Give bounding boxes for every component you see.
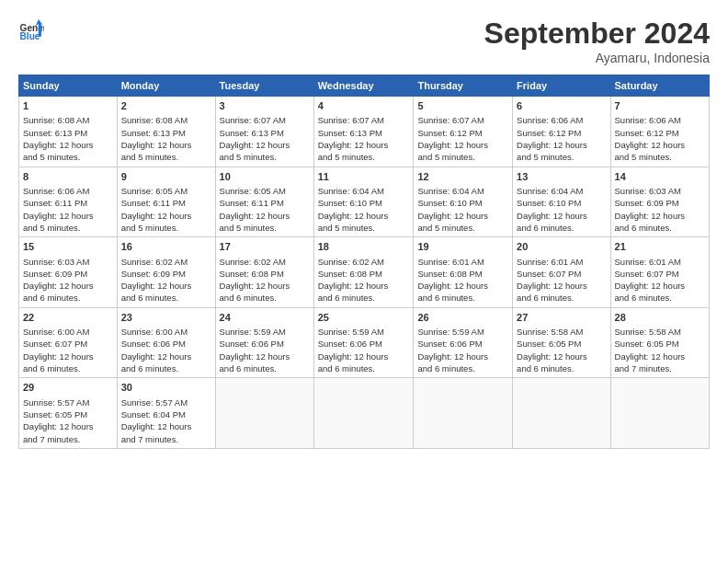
day-info-line: and 6 minutes. bbox=[615, 292, 705, 304]
day-info-line: Daylight: 12 hours bbox=[220, 139, 310, 151]
calendar-cell: 13Sunrise: 6:04 AMSunset: 6:10 PMDayligh… bbox=[513, 167, 610, 237]
day-info-line: Sunrise: 5:57 AM bbox=[121, 396, 211, 408]
day-info-line: and 5 minutes. bbox=[121, 151, 211, 163]
day-info-line: Sunset: 6:06 PM bbox=[417, 338, 508, 350]
day-info-line: Daylight: 12 hours bbox=[220, 280, 310, 292]
calendar-cell: 1Sunrise: 6:08 AMSunset: 6:13 PMDaylight… bbox=[19, 97, 118, 167]
header-row: Sunday Monday Tuesday Wednesday Thursday… bbox=[19, 75, 710, 97]
calendar-cell: 5Sunrise: 6:07 AMSunset: 6:12 PMDaylight… bbox=[414, 97, 513, 167]
day-info-line: Sunrise: 5:58 AM bbox=[517, 326, 606, 338]
day-number: 9 bbox=[121, 170, 211, 184]
day-info-line: Sunset: 6:06 PM bbox=[121, 338, 211, 350]
day-info-line: Sunset: 6:09 PM bbox=[121, 268, 211, 280]
day-info-line: Sunset: 6:12 PM bbox=[517, 127, 606, 139]
day-info-line: and 6 minutes. bbox=[220, 362, 310, 374]
calendar-body: 1Sunrise: 6:08 AMSunset: 6:13 PMDaylight… bbox=[19, 97, 710, 449]
day-info-line: Sunrise: 6:03 AM bbox=[23, 256, 113, 268]
day-info-line: Sunrise: 6:03 AM bbox=[615, 185, 705, 197]
day-info-line: Sunrise: 6:05 AM bbox=[220, 185, 310, 197]
day-info-line: Sunrise: 6:04 AM bbox=[517, 185, 606, 197]
day-info-line: Daylight: 12 hours bbox=[417, 350, 508, 362]
day-info-line: Sunrise: 6:08 AM bbox=[121, 114, 211, 126]
day-info-line: and 6 minutes. bbox=[23, 362, 113, 374]
calendar-cell: 24Sunrise: 5:59 AMSunset: 6:06 PMDayligh… bbox=[215, 307, 313, 378]
day-info-line: and 5 minutes. bbox=[220, 222, 310, 234]
day-info-line: Sunset: 6:12 PM bbox=[417, 127, 508, 139]
day-info-line: Sunrise: 5:58 AM bbox=[615, 326, 705, 338]
day-info-line: Daylight: 12 hours bbox=[318, 350, 410, 362]
day-info-line: and 5 minutes. bbox=[318, 151, 410, 163]
day-info-line: Sunset: 6:05 PM bbox=[615, 338, 705, 350]
calendar-cell: 30Sunrise: 5:57 AMSunset: 6:04 PMDayligh… bbox=[117, 378, 215, 449]
page: General Blue September 2024 Ayamaru, Ind… bbox=[0, 0, 728, 458]
day-number: 3 bbox=[220, 99, 310, 113]
day-info-line: and 6 minutes. bbox=[517, 362, 606, 374]
day-number: 12 bbox=[417, 170, 508, 184]
day-info-line: Daylight: 12 hours bbox=[121, 420, 211, 432]
header-wednesday: Wednesday bbox=[313, 75, 414, 97]
calendar-cell: 9Sunrise: 6:05 AMSunset: 6:11 PMDaylight… bbox=[117, 167, 215, 237]
calendar-cell: 15Sunrise: 6:03 AMSunset: 6:09 PMDayligh… bbox=[19, 237, 118, 308]
day-info-line: and 6 minutes. bbox=[517, 222, 606, 234]
day-info-line: Daylight: 12 hours bbox=[23, 280, 113, 292]
day-info-line: Sunset: 6:07 PM bbox=[615, 268, 705, 280]
calendar-cell bbox=[414, 378, 513, 449]
day-info-line: Sunrise: 5:59 AM bbox=[417, 326, 508, 338]
day-info-line: Sunset: 6:11 PM bbox=[23, 197, 113, 209]
header-friday: Friday bbox=[513, 75, 610, 97]
calendar-week-4: 22Sunrise: 6:00 AMSunset: 6:07 PMDayligh… bbox=[19, 307, 710, 378]
day-number: 25 bbox=[318, 311, 410, 325]
day-number: 8 bbox=[23, 170, 113, 184]
day-info-line: Daylight: 12 hours bbox=[318, 139, 410, 151]
day-number: 29 bbox=[23, 381, 113, 395]
logo: General Blue bbox=[18, 17, 44, 42]
title-block: September 2024 Ayamaru, Indonesia bbox=[484, 17, 710, 65]
day-number: 19 bbox=[417, 240, 508, 254]
day-info-line: and 5 minutes. bbox=[220, 151, 310, 163]
calendar-cell: 11Sunrise: 6:04 AMSunset: 6:10 PMDayligh… bbox=[313, 167, 414, 237]
day-number: 5 bbox=[417, 99, 508, 113]
day-info-line: and 7 minutes. bbox=[615, 362, 705, 374]
day-info-line: and 5 minutes. bbox=[517, 151, 606, 163]
day-info-line: Daylight: 12 hours bbox=[23, 350, 113, 362]
day-info-line: Sunrise: 5:57 AM bbox=[23, 396, 113, 408]
day-info-line: Daylight: 12 hours bbox=[517, 280, 606, 292]
calendar-cell bbox=[313, 378, 414, 449]
day-info-line: and 6 minutes. bbox=[220, 292, 310, 304]
day-info-line: Sunset: 6:08 PM bbox=[220, 268, 310, 280]
day-info-line: Daylight: 12 hours bbox=[220, 350, 310, 362]
day-info-line: Sunrise: 6:00 AM bbox=[121, 326, 211, 338]
calendar-cell: 29Sunrise: 5:57 AMSunset: 6:05 PMDayligh… bbox=[19, 378, 118, 449]
calendar-cell: 25Sunrise: 5:59 AMSunset: 6:06 PMDayligh… bbox=[313, 307, 414, 378]
day-info-line: Sunset: 6:05 PM bbox=[517, 338, 606, 350]
day-number: 24 bbox=[220, 311, 310, 325]
day-number: 11 bbox=[318, 170, 410, 184]
day-info-line: and 6 minutes. bbox=[318, 362, 410, 374]
calendar-cell: 28Sunrise: 5:58 AMSunset: 6:05 PMDayligh… bbox=[610, 307, 709, 378]
day-number: 14 bbox=[615, 170, 705, 184]
calendar-cell: 27Sunrise: 5:58 AMSunset: 6:05 PMDayligh… bbox=[513, 307, 610, 378]
calendar-cell: 18Sunrise: 6:02 AMSunset: 6:08 PMDayligh… bbox=[313, 237, 414, 308]
day-info-line: Sunrise: 6:07 AM bbox=[220, 114, 310, 126]
day-info-line: Sunrise: 6:02 AM bbox=[318, 256, 410, 268]
day-info-line: Sunset: 6:06 PM bbox=[318, 338, 410, 350]
day-number: 21 bbox=[615, 240, 705, 254]
day-info-line: and 7 minutes. bbox=[121, 433, 211, 445]
day-info-line: Sunrise: 6:01 AM bbox=[615, 256, 705, 268]
day-info-line: and 6 minutes. bbox=[318, 292, 410, 304]
day-info-line: Sunrise: 6:01 AM bbox=[417, 256, 508, 268]
calendar-cell: 20Sunrise: 6:01 AMSunset: 6:07 PMDayligh… bbox=[513, 237, 610, 308]
day-info-line: Sunrise: 6:06 AM bbox=[615, 114, 705, 126]
day-info-line: Daylight: 12 hours bbox=[615, 210, 705, 222]
day-info-line: Sunrise: 6:02 AM bbox=[220, 256, 310, 268]
header-thursday: Thursday bbox=[414, 75, 513, 97]
calendar-header: Sunday Monday Tuesday Wednesday Thursday… bbox=[19, 75, 710, 97]
day-info-line: Sunset: 6:08 PM bbox=[318, 268, 410, 280]
day-number: 1 bbox=[23, 99, 113, 113]
header-monday: Monday bbox=[117, 75, 215, 97]
day-number: 4 bbox=[318, 99, 410, 113]
header-sunday: Sunday bbox=[19, 75, 118, 97]
day-info-line: Sunset: 6:09 PM bbox=[615, 197, 705, 209]
location-subtitle: Ayamaru, Indonesia bbox=[484, 51, 710, 65]
day-info-line: Sunrise: 6:04 AM bbox=[318, 185, 410, 197]
